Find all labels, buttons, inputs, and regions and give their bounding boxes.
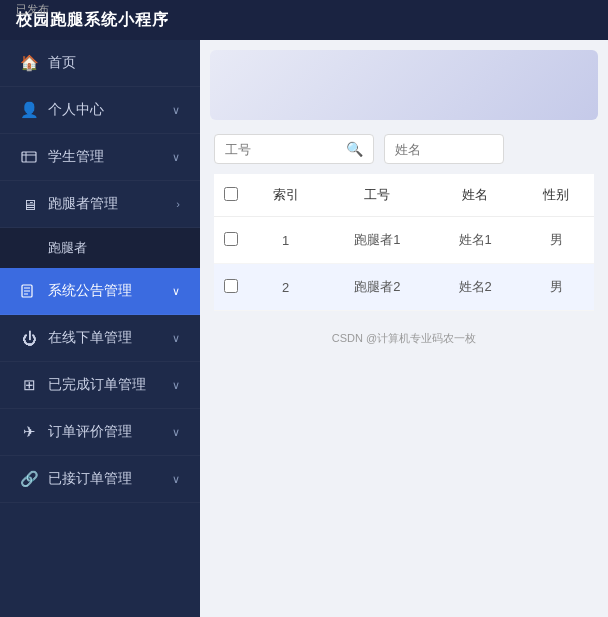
chevron-down-icon6: ∨ — [172, 426, 180, 439]
search-id-input[interactable] — [225, 142, 342, 157]
sidebar-item-order-review[interactable]: ✈ 订单评价管理 ∨ — [0, 409, 200, 456]
sidebar-item-runner-manage[interactable]: 🖥 跑腿者管理 › — [0, 181, 200, 228]
complete-order-icon: ⊞ — [20, 376, 38, 394]
row1-name: 姓名1 — [432, 217, 519, 264]
col-index: 索引 — [248, 174, 323, 217]
sidebar-item-notice[interactable]: 系统公告管理 ∨ — [0, 268, 200, 315]
student-icon — [20, 148, 38, 166]
main-content: 🔍 索引 工号 姓名 性别 — [200, 40, 608, 617]
watermark: CSDN @计算机专业码农一枚 — [200, 325, 608, 352]
chevron-down-icon2: ∨ — [172, 151, 180, 164]
sidebar-item-personal[interactable]: 👤 个人中心 ∨ — [0, 87, 200, 134]
order-review-icon: ✈ — [20, 423, 38, 441]
chevron-down-icon7: ∨ — [172, 473, 180, 486]
row1-checkbox[interactable] — [224, 232, 238, 246]
sidebar-item-complete-order-label: 已完成订单管理 — [48, 376, 146, 394]
table-wrap: 索引 工号 姓名 性别 1 跑腿者1 姓名1 男 — [200, 174, 608, 325]
sidebar-item-offline-order[interactable]: ⏻ 在线下单管理 ∨ — [0, 315, 200, 362]
watermark-text: CSDN @计算机专业码农一枚 — [332, 332, 476, 344]
sidebar-item-offline-order-label: 在线下单管理 — [48, 329, 132, 347]
sidebar-item-order-review-label: 订单评价管理 — [48, 423, 132, 441]
sidebar-item-runner-sub-label: 跑腿者 — [48, 240, 87, 255]
chevron-down-icon4: ∨ — [172, 332, 180, 345]
sidebar-item-received-order[interactable]: 🔗 已接订单管理 ∨ — [0, 456, 200, 503]
chevron-right-icon: › — [176, 198, 180, 210]
row2-checkbox-cell — [214, 264, 248, 311]
notice-icon — [20, 282, 38, 300]
col-name: 姓名 — [432, 174, 519, 217]
runner-manage-icon: 🖥 — [20, 195, 38, 213]
sidebar-item-runner-label: 跑腿者管理 — [48, 195, 118, 213]
row2-id: 跑腿者2 — [323, 264, 431, 311]
table-row: 1 跑腿者1 姓名1 男 — [214, 217, 594, 264]
row2-name: 姓名2 — [432, 264, 519, 311]
sidebar: 🏠 首页 👤 个人中心 ∨ 学生管理 — [0, 40, 200, 617]
chevron-down-icon: ∨ — [172, 104, 180, 117]
chevron-down-icon3: ∨ — [172, 285, 180, 298]
row2-gender: 男 — [519, 264, 594, 311]
svg-rect-0 — [22, 152, 36, 162]
search-name-input[interactable] — [395, 142, 493, 157]
top-bar: 已发布 校园跑腿系统小程序 — [0, 0, 608, 40]
offline-order-icon: ⏻ — [20, 329, 38, 347]
search-bar: 🔍 — [200, 120, 608, 174]
table-header-row: 索引 工号 姓名 性别 — [214, 174, 594, 217]
search-icon: 🔍 — [346, 141, 363, 157]
data-table: 索引 工号 姓名 性别 1 跑腿者1 姓名1 男 — [214, 174, 594, 311]
row1-index: 1 — [248, 217, 323, 264]
row2-checkbox[interactable] — [224, 279, 238, 293]
table-row: 2 跑腿者2 姓名2 男 — [214, 264, 594, 311]
chevron-down-icon5: ∨ — [172, 379, 180, 392]
row1-checkbox-cell — [214, 217, 248, 264]
person-icon: 👤 — [20, 101, 38, 119]
sidebar-item-home[interactable]: 🏠 首页 — [0, 40, 200, 87]
layout: 🏠 首页 👤 个人中心 ∨ 学生管理 — [0, 40, 608, 617]
sidebar-item-runner-sub[interactable]: 跑腿者 — [0, 228, 200, 268]
sidebar-item-home-label: 首页 — [48, 54, 76, 72]
row1-gender: 男 — [519, 217, 594, 264]
subtitle: 已发布 — [16, 2, 49, 17]
search-id-wrap: 🔍 — [214, 134, 374, 164]
row2-index: 2 — [248, 264, 323, 311]
sidebar-item-complete-order[interactable]: ⊞ 已完成订单管理 ∨ — [0, 362, 200, 409]
select-all-checkbox[interactable] — [224, 187, 238, 201]
col-gender: 性别 — [519, 174, 594, 217]
row1-id: 跑腿者1 — [323, 217, 431, 264]
col-id: 工号 — [323, 174, 431, 217]
sidebar-item-notice-label: 系统公告管理 — [48, 282, 132, 300]
sidebar-item-student-label: 学生管理 — [48, 148, 104, 166]
sidebar-item-received-order-label: 已接订单管理 — [48, 470, 132, 488]
sidebar-item-personal-label: 个人中心 — [48, 101, 104, 119]
sidebar-item-student[interactable]: 学生管理 ∨ — [0, 134, 200, 181]
home-icon: 🏠 — [20, 54, 38, 72]
search-name-wrap — [384, 134, 504, 164]
banner — [210, 50, 598, 120]
header-checkbox-cell — [214, 174, 248, 217]
received-order-icon: 🔗 — [20, 470, 38, 488]
